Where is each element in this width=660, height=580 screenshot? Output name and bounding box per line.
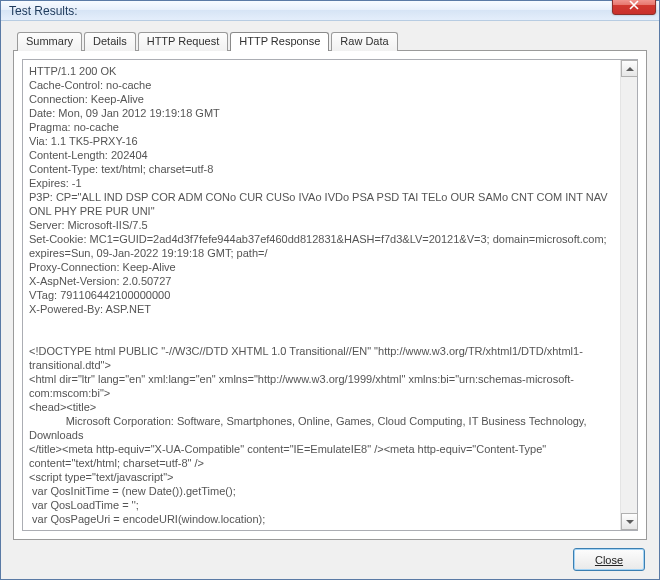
tab-strip: Summary Details HTTP Request HTTP Respon… — [13, 31, 647, 50]
tab-http-response[interactable]: HTTP Response — [230, 32, 329, 51]
chevron-up-icon — [626, 67, 634, 71]
tab-panel: HTTP/1.1 200 OK Cache-Control: no-cache … — [13, 50, 647, 540]
tab-label: Summary — [26, 35, 73, 47]
dialog-window: Test Results: Summary Details HTTP Reque… — [0, 0, 660, 580]
client-area: Summary Details HTTP Request HTTP Respon… — [1, 21, 659, 579]
chevron-down-icon — [626, 520, 634, 524]
tab-details[interactable]: Details — [84, 32, 136, 51]
window-title: Test Results: — [9, 4, 612, 18]
response-textbox[interactable]: HTTP/1.1 200 OK Cache-Control: no-cache … — [22, 59, 638, 531]
window-close-button[interactable] — [612, 0, 656, 15]
scroll-up-button[interactable] — [621, 60, 638, 77]
response-body-text[interactable]: HTTP/1.1 200 OK Cache-Control: no-cache … — [23, 60, 620, 530]
close-icon — [629, 0, 639, 12]
dialog-button-row: Close — [13, 540, 647, 571]
button-label: Close — [595, 554, 623, 566]
vertical-scrollbar[interactable] — [620, 60, 637, 530]
tab-label: Raw Data — [340, 35, 388, 47]
tab-label: HTTP Response — [239, 35, 320, 47]
tab-label: Details — [93, 35, 127, 47]
close-button[interactable]: Close — [573, 548, 645, 571]
title-bar[interactable]: Test Results: — [1, 1, 659, 21]
tab-raw-data[interactable]: Raw Data — [331, 32, 397, 51]
scroll-down-button[interactable] — [621, 513, 638, 530]
tab-summary[interactable]: Summary — [17, 32, 82, 51]
tab-http-request[interactable]: HTTP Request — [138, 32, 229, 51]
tab-label: HTTP Request — [147, 35, 220, 47]
